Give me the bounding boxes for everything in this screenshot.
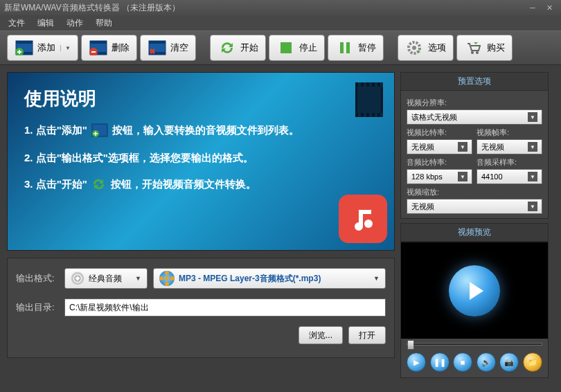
output-category-combo[interactable]: 经典音频▼ <box>64 268 148 289</box>
audio-bitrate-select[interactable]: 128 kbps▼ <box>407 169 472 184</box>
close-button[interactable]: ✕ <box>542 3 557 12</box>
format-icon <box>159 271 175 286</box>
pause-button[interactable]: 暂停 <box>328 35 384 61</box>
folder-button[interactable]: 📁 <box>523 353 542 372</box>
output-dir-input[interactable] <box>64 299 386 317</box>
app-title: 新星WMA/WAV音频格式转换器 （未注册版本） <box>4 2 180 14</box>
add-dropdown-icon[interactable]: ▼ <box>60 45 71 51</box>
preview-video-area <box>401 242 548 339</box>
stop-preview-button[interactable]: ■ <box>453 353 472 372</box>
banner-heading: 使用说明 <box>24 87 377 111</box>
pause-icon <box>335 39 355 56</box>
video-bitrate-label: 视频比特率: <box>407 127 472 138</box>
stop-button[interactable]: 停止 <box>269 35 325 61</box>
seek-thumb[interactable] <box>407 340 414 350</box>
add-film-icon <box>15 39 34 56</box>
svg-point-21 <box>364 220 373 228</box>
toolbar: 添加▼ 删除 清空 开始 停止 暂停 选项 <box>0 30 561 65</box>
video-fps-label: 视频帧率: <box>477 127 542 138</box>
svg-rect-1 <box>16 41 33 44</box>
svg-rect-12 <box>280 42 292 53</box>
svg-rect-10 <box>149 41 166 44</box>
cart-icon <box>464 39 483 56</box>
menubar: 文件 编辑 动作 帮助 <box>0 15 561 30</box>
clear-film-icon <box>148 39 167 56</box>
options-button[interactable]: 选项 <box>398 35 454 61</box>
film-icon <box>355 82 383 117</box>
start-button[interactable]: 开始 <box>210 35 266 61</box>
open-button[interactable]: 打开 <box>348 326 386 344</box>
menu-file[interactable]: 文件 <box>3 16 30 30</box>
preview-title: 视频预览 <box>401 224 548 242</box>
video-zoom-label: 视频缩放: <box>407 187 542 197</box>
delete-film-icon <box>89 39 108 56</box>
instructions-banner: 使用说明 1. 点击"添加" 按钮，输入要转换的音视频文件到列表。 2. 点击"… <box>7 72 395 251</box>
banner-step3: 3. 点击"开始" 按钮，开始视频音频文件转换。 <box>24 177 377 193</box>
refresh-inline-icon <box>91 177 107 193</box>
play-button[interactable]: ▶ <box>407 353 426 372</box>
output-panel: 输出格式: 经典音频▼ MP3 - MPEG Layer-3音频格式(*.mp3… <box>7 258 395 358</box>
svg-point-18 <box>476 51 479 54</box>
presets-title: 预置选项 <box>401 73 548 91</box>
play-orb-icon <box>449 265 500 317</box>
volume-button[interactable]: 🔊 <box>477 353 496 372</box>
buy-button[interactable]: 购买 <box>456 35 513 61</box>
browse-button[interactable]: 浏览... <box>299 326 343 344</box>
music-note-icon <box>339 195 387 243</box>
banner-step2: 2. 点击"输出格式"选项框，选择您要输出的格式。 <box>24 152 377 165</box>
menu-action[interactable]: 动作 <box>61 16 89 30</box>
refresh-icon <box>217 39 237 56</box>
banner-step1: 1. 点击"添加" 按钮，输入要转换的音视频文件到列表。 <box>24 123 377 139</box>
add-button[interactable]: 添加▼ <box>7 35 78 61</box>
video-bitrate-select[interactable]: 无视频▼ <box>407 139 472 154</box>
svg-point-16 <box>412 46 416 50</box>
audio-bitrate-label: 音频比特率: <box>407 157 472 168</box>
gear-icon <box>405 39 425 56</box>
output-format-combo[interactable]: MP3 - MPEG Layer-3音频格式(*.mp3)▼ <box>153 268 386 289</box>
svg-rect-5 <box>90 41 107 44</box>
cd-icon <box>71 271 84 285</box>
audio-sample-select[interactable]: 44100▼ <box>477 169 542 184</box>
svg-rect-8 <box>91 51 96 53</box>
audio-sample-label: 音频采样率: <box>477 157 542 168</box>
output-format-label: 输出格式: <box>16 272 59 285</box>
clear-button[interactable]: 清空 <box>140 35 196 61</box>
preview-panel: 视频预览 ▶ ❚❚ ■ 🔊 📷 📁 <box>400 223 549 378</box>
menu-help[interactable]: 帮助 <box>90 16 118 30</box>
video-res-select[interactable]: 该格式无视频▼ <box>407 109 542 125</box>
minimize-button[interactable]: ─ <box>525 3 540 12</box>
stop-icon <box>276 39 296 56</box>
svg-point-17 <box>471 51 474 54</box>
svg-rect-14 <box>346 42 350 53</box>
titlebar: 新星WMA/WAV音频格式转换器 （未注册版本） ─ ✕ <box>0 0 561 15</box>
add-inline-icon <box>91 123 108 139</box>
menu-edit[interactable]: 编辑 <box>32 16 60 30</box>
video-zoom-select[interactable]: 无视频▼ <box>407 199 542 214</box>
video-fps-select[interactable]: 无视频▼ <box>477 139 542 154</box>
pause-preview-button[interactable]: ❚❚ <box>430 353 449 372</box>
seek-slider[interactable] <box>407 343 542 346</box>
output-dir-label: 输出目录: <box>16 301 59 314</box>
video-res-label: 视频分辨率: <box>407 98 542 108</box>
svg-rect-13 <box>340 42 344 53</box>
snapshot-button[interactable]: 📷 <box>499 353 519 372</box>
delete-button[interactable]: 删除 <box>81 35 137 61</box>
presets-panel: 预置选项 视频分辨率: 该格式无视频▼ 视频比特率: 无视频▼ 视频帧率: 无视… <box>400 72 549 219</box>
